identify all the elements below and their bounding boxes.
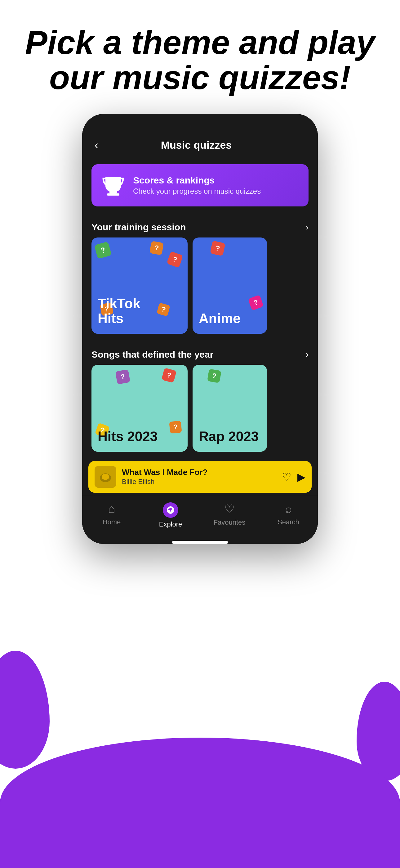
home-icon: ⌂ [108, 502, 115, 516]
qmark-deco-2: ? [149, 241, 164, 255]
scores-rankings-banner[interactable]: Scores & rankings Check your progress on… [92, 164, 308, 207]
training-section-title: Your training session [92, 222, 186, 232]
favourite-button[interactable]: ♡ [282, 471, 291, 483]
play-button[interactable]: ▶ [297, 471, 305, 483]
bottom-navigation: ⌂ Home Explore ♡ Favourites ⌕ [82, 496, 318, 538]
mini-player[interactable]: What Was I Made For? Billie Eilish ♡ ▶ [88, 461, 312, 493]
tiktok-hits-label: TikTokHits [92, 290, 188, 334]
search-label: Search [277, 518, 299, 526]
blob-decoration-bottom [0, 738, 400, 868]
qmark-deco-1: ? [94, 242, 112, 259]
hits-2023-card[interactable]: ? ? ? ? Hits 2023 [92, 365, 188, 452]
hits-qmark-1: ? [115, 369, 131, 384]
home-indicator [172, 541, 228, 544]
player-song-title: What Was I Made For? [122, 468, 276, 477]
search-icon: ⌕ [285, 502, 292, 516]
phone-frame: ‹ Music quizzes Scores & rankings Check … [82, 114, 318, 544]
hits-qmark-2: ? [162, 368, 177, 383]
explore-label: Explore [159, 520, 182, 528]
phone-notch [82, 114, 318, 129]
training-chevron-icon: › [306, 222, 308, 232]
trophy-icon [101, 173, 126, 198]
explore-active-indicator [163, 502, 178, 518]
anime-card[interactable]: ? ? Anime [193, 238, 267, 334]
home-label: Home [103, 518, 121, 526]
scores-text: Scores & rankings Check your progress on… [133, 175, 261, 195]
nav-item-explore[interactable]: Explore [152, 502, 189, 528]
nav-item-favourites[interactable]: ♡ Favourites [211, 502, 248, 528]
anime-qmark-1: ? [210, 241, 226, 256]
player-thumbnail [95, 466, 116, 488]
hits-2023-label: Hits 2023 [92, 423, 188, 452]
rap-2023-card[interactable]: ? Rap 2023 [193, 365, 267, 452]
training-section-header[interactable]: Your training session › [82, 213, 318, 238]
svg-point-4 [102, 474, 109, 480]
screen-title: Music quizzes [98, 139, 294, 151]
favourites-icon: ♡ [224, 502, 235, 516]
year-section-header[interactable]: Songs that defined the year › [82, 340, 318, 365]
scores-title: Scores & rankings [133, 175, 261, 186]
phone-screen: ‹ Music quizzes Scores & rankings Check … [82, 129, 318, 544]
svg-rect-1 [107, 193, 120, 195]
training-cards-row: ? ? ? ? ? TikTokHits ? ? Anime [82, 238, 318, 340]
page-title: Pick a theme and play our music quizzes! [0, 0, 400, 114]
year-chevron-icon: › [306, 349, 308, 360]
anime-label: Anime [193, 305, 267, 333]
explore-icon [166, 505, 175, 515]
scores-subtitle: Check your progress on music quizzes [133, 187, 261, 195]
qmark-deco-3: ? [167, 251, 183, 268]
year-cards-row: ? ? ? ? Hits 2023 ? Rap 2023 [82, 365, 318, 458]
favourites-label: Favourites [214, 519, 245, 527]
year-section-title: Songs that defined the year [92, 349, 213, 360]
player-controls: ♡ ▶ [282, 471, 305, 483]
rap-2023-label: Rap 2023 [193, 423, 267, 452]
blob-decoration-left [0, 651, 49, 769]
nav-item-home[interactable]: ⌂ Home [93, 502, 130, 528]
tiktok-hits-card[interactable]: ? ? ? ? ? TikTokHits [92, 238, 188, 334]
player-artist-name: Billie Eilish [122, 478, 276, 486]
nav-item-search[interactable]: ⌕ Search [270, 502, 307, 528]
rap-qmark-1: ? [207, 369, 222, 383]
back-button[interactable]: ‹ [95, 139, 98, 152]
player-info: What Was I Made For? Billie Eilish [122, 468, 276, 486]
phone-mockup: ‹ Music quizzes Scores & rankings Check … [0, 114, 400, 544]
screen-header: ‹ Music quizzes [82, 129, 318, 158]
